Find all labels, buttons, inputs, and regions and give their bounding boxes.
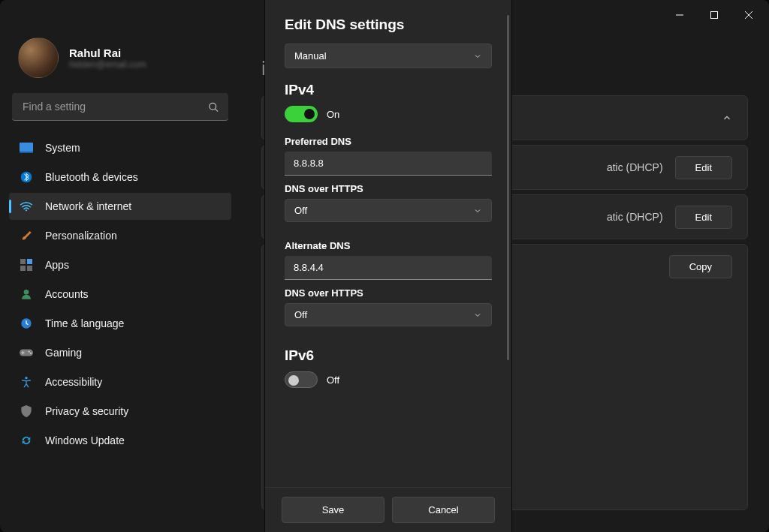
account-name: Rahul Rai <box>69 47 146 59</box>
sidebar-item-time[interactable]: Time & language <box>9 310 231 337</box>
detail-value: atic (DHCP) <box>607 211 663 223</box>
account-email: hidden@email.com <box>69 59 146 70</box>
edit-button[interactable]: Edit <box>675 156 732 179</box>
svg-rect-6 <box>20 259 26 264</box>
doh-dropdown[interactable]: Off <box>285 303 492 326</box>
sidebar-item-label: Accounts <box>45 288 89 300</box>
ipv6-toggle[interactable] <box>285 371 318 388</box>
doh-label: DNS over HTTPS <box>285 287 492 299</box>
ipv4-toggle[interactable] <box>285 106 318 122</box>
account-row[interactable]: Rahul Rai hidden@email.com <box>9 30 231 93</box>
sidebar-item-label: Apps <box>45 259 69 271</box>
svg-point-1 <box>210 103 216 110</box>
chevron-down-icon <box>473 311 482 320</box>
svg-point-15 <box>25 377 27 379</box>
ipv4-heading: IPv4 <box>285 82 492 98</box>
ipv6-heading: IPv6 <box>285 347 492 364</box>
save-button[interactable]: Save <box>282 497 384 523</box>
svg-rect-3 <box>20 152 33 153</box>
svg-point-14 <box>30 353 32 354</box>
svg-point-10 <box>24 290 29 295</box>
svg-rect-9 <box>27 266 32 271</box>
chevron-down-icon <box>473 206 482 215</box>
dns-mode-dropdown[interactable]: Manual <box>285 44 492 68</box>
alternate-dns-label: Alternate DNS <box>285 240 492 251</box>
sidebar-item-label: Personalization <box>45 230 117 242</box>
doh-dropdown[interactable]: Off <box>285 199 492 222</box>
dropdown-value: Off <box>294 205 307 216</box>
copy-button[interactable]: Copy <box>669 255 732 278</box>
sidebar-item-privacy[interactable]: Privacy & security <box>9 398 231 425</box>
sidebar-item-label: Windows Update <box>45 434 125 446</box>
shield-icon <box>20 404 33 418</box>
toggle-label: Off <box>327 374 339 386</box>
preferred-dns-label: Preferred DNS <box>285 136 492 147</box>
dropdown-value: Manual <box>294 50 327 62</box>
system-icon <box>20 141 33 155</box>
toggle-label: On <box>327 109 339 120</box>
svg-rect-8 <box>20 266 26 271</box>
apps-icon <box>20 258 33 272</box>
preferred-dns-input[interactable] <box>285 152 492 176</box>
svg-rect-0 <box>711 12 718 19</box>
sidebar-item-bluetooth[interactable]: Bluetooth & devices <box>9 164 231 191</box>
sidebar-item-gaming[interactable]: Gaming <box>9 339 231 366</box>
sidebar: Settings Rahul Rai hidden@email.com Syst <box>0 30 240 532</box>
sidebar-item-network[interactable]: Network & internet <box>9 193 231 220</box>
minimize-button[interactable] <box>662 3 697 27</box>
clock-icon <box>20 317 33 330</box>
search-input[interactable] <box>12 93 228 121</box>
sidebar-item-label: Network & internet <box>45 200 131 212</box>
svg-point-13 <box>29 350 30 352</box>
chevron-up-icon <box>722 113 732 123</box>
sidebar-item-label: Privacy & security <box>45 405 128 417</box>
dropdown-value: Off <box>294 309 307 320</box>
person-icon <box>20 287 33 301</box>
sidebar-item-personalization[interactable]: Personalization <box>9 222 231 249</box>
avatar <box>18 38 59 78</box>
sidebar-item-system[interactable]: System <box>9 134 231 161</box>
gaming-icon <box>20 346 33 359</box>
edit-dns-dialog: Edit DNS settings Manual IPv4 On Preferr… <box>264 0 512 532</box>
detail-value: atic (DHCP) <box>607 161 663 173</box>
brush-icon <box>20 229 33 242</box>
sidebar-item-label: Bluetooth & devices <box>45 171 138 183</box>
cancel-button[interactable]: Cancel <box>392 497 495 523</box>
sidebar-item-label: System <box>45 142 80 154</box>
sidebar-item-label: Accessibility <box>45 376 102 388</box>
sidebar-item-accounts[interactable]: Accounts <box>9 281 231 308</box>
scrollbar[interactable] <box>507 15 509 360</box>
nav: System Bluetooth & devices Network & int… <box>9 134 231 454</box>
chevron-down-icon <box>473 52 482 61</box>
alternate-dns-input[interactable] <box>285 256 492 280</box>
svg-rect-2 <box>20 143 33 152</box>
sidebar-item-label: Time & language <box>45 317 124 329</box>
sidebar-item-accessibility[interactable]: Accessibility <box>9 368 231 395</box>
doh-label: DNS over HTTPS <box>285 183 492 194</box>
search-icon <box>208 101 219 113</box>
update-icon <box>20 434 33 447</box>
maximize-button[interactable] <box>697 3 731 27</box>
sidebar-item-apps[interactable]: Apps <box>9 251 231 278</box>
svg-point-5 <box>26 209 27 211</box>
edit-button[interactable]: Edit <box>675 206 732 229</box>
sidebar-item-update[interactable]: Windows Update <box>9 427 231 454</box>
wifi-icon <box>20 200 33 213</box>
dialog-title: Edit DNS settings <box>285 17 492 33</box>
bluetooth-icon <box>20 170 33 184</box>
accessibility-icon <box>20 375 33 389</box>
close-button[interactable] <box>731 3 766 27</box>
svg-rect-7 <box>27 259 32 264</box>
sidebar-item-label: Gaming <box>45 347 82 359</box>
